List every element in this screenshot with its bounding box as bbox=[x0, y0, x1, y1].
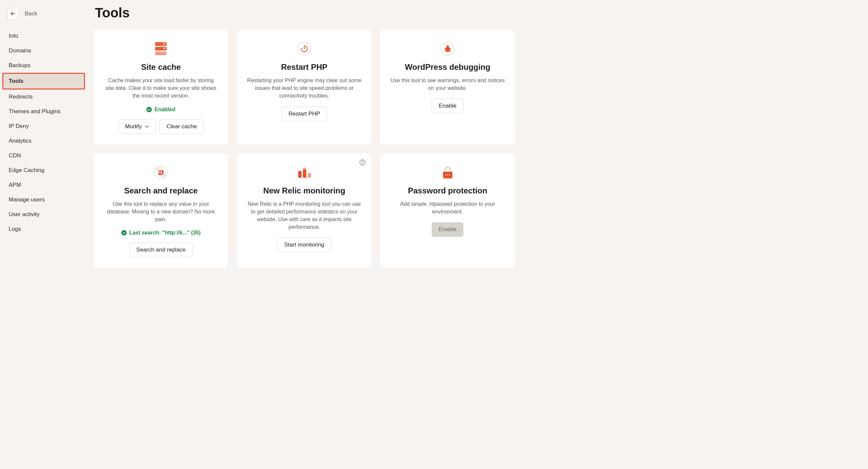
sidebar-item-manage-users[interactable]: Manage users bbox=[3, 192, 87, 207]
sidebar-item-user-activity[interactable]: User activity bbox=[3, 207, 87, 222]
check-circle-icon bbox=[147, 107, 152, 112]
card-new-relic: New Relic monitoring New Relic is a PHP … bbox=[237, 153, 372, 268]
help-icon[interactable] bbox=[360, 159, 366, 165]
search-replace-button[interactable]: Search and replace bbox=[129, 242, 193, 257]
svg-rect-5 bbox=[163, 48, 165, 49]
svg-line-16 bbox=[450, 51, 451, 52]
enable-debugging-button[interactable]: Enable bbox=[432, 99, 463, 113]
check-circle-icon bbox=[121, 230, 127, 235]
bug-circle-icon bbox=[390, 41, 505, 57]
sidebar-item-tools[interactable]: Tools bbox=[2, 73, 85, 90]
card-title: Restart PHP bbox=[247, 63, 362, 72]
card-search-replace: Search and replace Use this tool to repl… bbox=[94, 153, 228, 268]
status-enabled: Enabled bbox=[104, 107, 218, 112]
card-desc: Use this tool to replace any value in yo… bbox=[104, 200, 218, 224]
card-site-cache: Site cache Cache makes your site load fa… bbox=[94, 30, 228, 145]
svg-rect-24 bbox=[298, 171, 302, 178]
card-password-protection: Password protection Add simple .htpasswd… bbox=[380, 153, 515, 268]
back-label: Back bbox=[25, 10, 37, 17]
card-title: Password protection bbox=[390, 186, 505, 195]
restart-php-button[interactable]: Restart PHP bbox=[282, 107, 327, 121]
clear-cache-button[interactable]: Clear cache bbox=[159, 119, 204, 134]
svg-point-6 bbox=[147, 107, 152, 112]
sidebar-item-domains[interactable]: Domains bbox=[3, 43, 87, 58]
modify-button[interactable]: Modify bbox=[118, 119, 156, 134]
card-title: Search and replace bbox=[104, 186, 218, 195]
search-replace-icon bbox=[104, 165, 218, 180]
page-title: Tools bbox=[95, 5, 515, 21]
svg-point-31 bbox=[449, 174, 450, 175]
modify-label: Modify bbox=[125, 123, 142, 130]
svg-point-21 bbox=[121, 230, 127, 235]
card-desc: Use this tool to see warnings, errors an… bbox=[390, 76, 505, 92]
tools-grid: Site cache Cache makes your site load fa… bbox=[94, 30, 515, 268]
start-monitoring-button[interactable]: Start monitoring bbox=[277, 237, 331, 252]
svg-rect-4 bbox=[163, 43, 165, 44]
svg-point-29 bbox=[445, 174, 446, 175]
card-wordpress-debugging: WordPress debugging Use this tool to see… bbox=[380, 30, 515, 145]
power-circle-icon bbox=[247, 41, 362, 57]
svg-line-14 bbox=[450, 48, 451, 49]
status-text: Last search: "http://k..." (35) bbox=[129, 230, 200, 236]
arrow-left-icon bbox=[10, 11, 16, 17]
server-stack-icon bbox=[104, 41, 218, 57]
svg-line-13 bbox=[444, 48, 446, 49]
sidebar-item-themes-and-plugins[interactable]: Themes and Plugins bbox=[3, 104, 87, 119]
sidebar-nav: Info Domains Backups Tools Redirects The… bbox=[3, 29, 87, 236]
card-desc: New Relic is a PHP monitoring tool you c… bbox=[247, 200, 362, 231]
sidebar-item-logs[interactable]: Logs bbox=[3, 222, 87, 236]
lock-icon bbox=[390, 165, 505, 180]
card-desc: Restarting your PHP engine may clear out… bbox=[247, 76, 362, 100]
svg-point-12 bbox=[446, 45, 449, 48]
svg-point-30 bbox=[447, 174, 448, 175]
card-title: Site cache bbox=[104, 63, 218, 72]
sidebar-item-redirects[interactable]: Redirects bbox=[3, 90, 87, 104]
status-text: Enabled bbox=[154, 107, 175, 112]
card-title: New Relic monitoring bbox=[247, 186, 362, 195]
svg-line-15 bbox=[444, 51, 446, 52]
back-button[interactable] bbox=[7, 8, 19, 20]
sidebar: Back Info Domains Backups Tools Redirect… bbox=[0, 0, 87, 469]
sidebar-item-info[interactable]: Info bbox=[3, 29, 87, 43]
svg-rect-3 bbox=[155, 52, 166, 55]
bar-chart-icon bbox=[247, 165, 362, 180]
chevron-down-icon bbox=[145, 125, 149, 129]
svg-rect-27 bbox=[303, 168, 306, 170]
sidebar-item-edge-caching[interactable]: Edge Caching bbox=[3, 163, 87, 178]
svg-rect-26 bbox=[308, 173, 311, 178]
card-desc: Add simple .htpasswd protection to your … bbox=[390, 200, 505, 215]
enable-password-button[interactable]: Enable bbox=[432, 222, 463, 237]
sidebar-item-cdn[interactable]: CDN bbox=[3, 148, 87, 163]
card-title: WordPress debugging bbox=[390, 63, 505, 72]
sidebar-item-backups[interactable]: Backups bbox=[3, 58, 87, 73]
svg-point-23 bbox=[362, 163, 363, 164]
sidebar-item-apm[interactable]: APM bbox=[3, 178, 87, 192]
card-desc: Cache makes your site load faster by sto… bbox=[104, 76, 218, 100]
sidebar-item-analytics[interactable]: Analytics bbox=[3, 134, 87, 148]
main-content: Tools Site cache Cache makes your site l… bbox=[87, 0, 522, 469]
status-last-search: Last search: "http://k..." (35) bbox=[104, 230, 218, 236]
sidebar-item-ip-deny[interactable]: IP Deny bbox=[3, 119, 87, 134]
card-restart-php: Restart PHP Restarting your PHP engine m… bbox=[237, 30, 372, 145]
